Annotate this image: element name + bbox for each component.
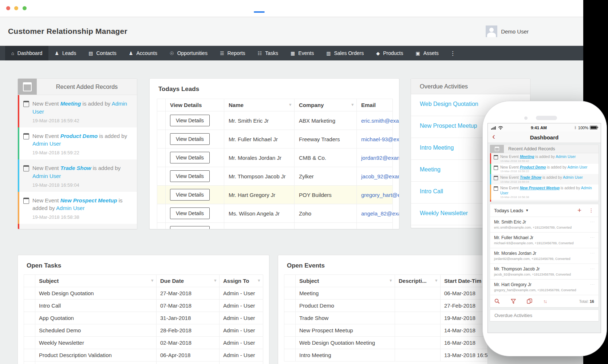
filter-icon[interactable] (511, 299, 516, 304)
nav-item-products[interactable]: ◆ Products (370, 46, 409, 60)
phone-lead-row[interactable]: Mr. Hart Gregory Jr gregory_hart@example… (490, 279, 599, 295)
phone-leads-list: Mr. Smith Eric Jr eric.smith@example.com… (490, 217, 599, 295)
add-lead-icon[interactable]: + (577, 208, 581, 213)
event-subject: Trade Show (296, 312, 395, 324)
lead-detail: jordan92@example.com, +19123456789, Conv… (494, 257, 595, 261)
view-details-button[interactable]: View Details (170, 207, 210, 219)
column-header-assign-to[interactable]: Assign To▾ (220, 275, 263, 287)
nav-more-icon[interactable]: ⋮ (445, 46, 461, 60)
column-header-view-details[interactable]: View Details (166, 99, 224, 111)
phone-leads-title[interactable]: Todays Leads (494, 208, 523, 213)
sort-caret-icon[interactable]: ▾ (258, 278, 260, 283)
row-more-icon[interactable]: ··· (590, 236, 595, 240)
lead-email-link[interactable]: gregory_hart@example.com (361, 192, 399, 198)
search-icon[interactable] (494, 298, 500, 304)
duplicate-icon[interactable] (527, 298, 532, 304)
nav-item-sales-orders[interactable]: ▥ Sales Orders (320, 46, 370, 60)
dropdown-caret-icon[interactable]: ▼ (525, 209, 529, 212)
nav-item-assets[interactable]: ▣ Assets (409, 46, 445, 60)
phone-lead-row[interactable]: Mr. Thompson Jacob Jr jacob_92@example.c… (490, 264, 599, 279)
row-more-icon[interactable]: ··· (590, 267, 595, 271)
record-author-link[interactable]: Admin User (32, 173, 61, 179)
kebab-menu-icon[interactable]: ⋮ (589, 207, 594, 213)
lead-email-link[interactable]: jacob_92@example.com (361, 173, 399, 179)
column-header-description[interactable]: Descripti...▾ (395, 275, 441, 287)
view-details-button[interactable]: View Details (170, 152, 210, 163)
overdue-activities-title: Overdue Activities (411, 79, 530, 94)
record-event-link[interactable]: Product Demo (520, 165, 546, 169)
row-more-icon[interactable]: ··· (590, 251, 595, 255)
event-start-date: 16-Mar-2018 (441, 337, 488, 349)
nav-item-contacts[interactable]: ▤ Contacts (82, 46, 123, 60)
view-details-button[interactable]: View Details (170, 170, 210, 182)
sort-caret-icon[interactable]: ▾ (289, 102, 291, 107)
nav-item-reports[interactable]: ☰ Reports (214, 46, 252, 60)
sort-icon[interactable]: ↑↓ (543, 298, 546, 304)
zoom-window-button[interactable] (23, 6, 27, 10)
record-author-link[interactable]: Admin User (56, 205, 84, 211)
column-header-subject[interactable]: Subject▾ (35, 275, 157, 287)
sort-caret-icon[interactable]: ▾ (390, 278, 392, 283)
lead-name: Mr. Smith Eric Jr (494, 219, 595, 225)
record-event-link[interactable]: Meeting (60, 100, 81, 107)
lead-row: View Details Mr. Smith Eric Jr ABX Marke… (157, 111, 393, 130)
record-author-link[interactable]: Admin User (563, 175, 583, 179)
nav-item-dashboard[interactable]: ⌂ Dashboard (5, 46, 48, 60)
lead-company: Zylker (295, 167, 357, 186)
event-row: Product Demo 27-Feb-2018 (284, 300, 488, 312)
user-menu[interactable]: Demo User (486, 25, 529, 37)
column-header-subject[interactable]: Subject▾ (296, 275, 395, 287)
sort-caret-icon[interactable]: ▾ (151, 278, 153, 283)
view-details-button[interactable]: View Details (170, 189, 210, 201)
lead-email-link[interactable]: haroldbell@example.com (361, 229, 399, 230)
nav-item-leads[interactable]: ♟ Leads (48, 46, 82, 60)
view-details-button[interactable]: View Details (170, 133, 210, 145)
lead-email-link[interactable]: michael-93@example.com (361, 136, 399, 142)
record-event-link[interactable]: Product Demo (60, 133, 98, 139)
view-details-button[interactable]: View Details (170, 115, 210, 126)
row-more-icon[interactable]: ··· (590, 220, 595, 224)
sort-caret-icon[interactable]: ▾ (351, 102, 354, 107)
task-due-date: 02-Mar-2018 (157, 337, 220, 349)
record-event-link[interactable]: Trade Show (520, 175, 541, 179)
record-author-link[interactable]: Admin User (32, 141, 61, 147)
nav-item-accounts[interactable]: ♟ Accounts (123, 46, 163, 60)
phone-lead-row[interactable]: Mr. Morales Jordan Jr jordan92@example.c… (490, 248, 599, 264)
record-event-link[interactable]: New Prospect Meetup (60, 197, 117, 203)
phone-lead-row[interactable]: Mr. Fuller Michael Jr michael-93@example… (490, 232, 599, 248)
column-header-start-date[interactable]: Start Date-Tim (441, 275, 488, 287)
record-author-link[interactable]: Admin User (556, 154, 576, 159)
record-event-link[interactable]: Web Design Quotation Meeting (520, 201, 576, 202)
phone-lead-row[interactable]: Mr. Smith Eric Jr eric.smith@example.com… (490, 217, 599, 232)
record-event-link[interactable]: Meeting (520, 154, 534, 159)
lead-company: Zoho (295, 204, 357, 223)
lead-email-link[interactable]: eric.smith@example.com (361, 118, 399, 124)
column-header-email[interactable]: Email (357, 99, 393, 111)
view-details-button[interactable]: View Details (170, 226, 210, 229)
task-assignee: Admin - User (220, 349, 263, 361)
column-header-name[interactable]: Name▾ (224, 99, 295, 111)
open-tasks-table: Subject▾ Due Date▾ Assign To▾ Web Design… (24, 274, 263, 364)
sort-caret-icon[interactable]: ▾ (435, 278, 437, 283)
back-chevron-icon[interactable]: ‹ (492, 131, 495, 142)
nav-item-events[interactable]: ▦ Events (284, 46, 320, 60)
event-description (395, 324, 441, 337)
person-icon: ♟ (129, 51, 133, 56)
phone-todays-leads-card: Todays Leads ▼ + ⋮ Mr. Smith Eric Jr eri… (490, 204, 599, 308)
minimize-window-button[interactable] (14, 6, 18, 10)
column-header-company[interactable]: Company▾ (295, 99, 357, 111)
column-header-due-date[interactable]: Due Date▾ (157, 275, 220, 287)
close-window-button[interactable] (6, 6, 10, 10)
record-author-link[interactable]: Admin User (567, 165, 587, 169)
lead-email-link[interactable]: jordan92@example.com (361, 155, 399, 161)
task-due-date: 28-Feb-2018 (157, 324, 220, 337)
lead-email-link[interactable]: angela_82@example.com (361, 210, 399, 217)
nav-item-tasks[interactable]: ☷ Tasks (252, 46, 284, 60)
record-event-link[interactable]: Trade Show (60, 165, 91, 171)
nav-item-opportunities[interactable]: ☉ Opportunities (163, 46, 214, 60)
sort-caret-icon[interactable]: ▾ (214, 278, 216, 283)
event-start-date: 19-Mar-2018 (441, 312, 488, 324)
row-more-icon[interactable]: ··· (590, 282, 595, 286)
record-event-link[interactable]: New Prospect Meetup (520, 186, 560, 190)
task-subject: Intro Call (35, 300, 157, 312)
